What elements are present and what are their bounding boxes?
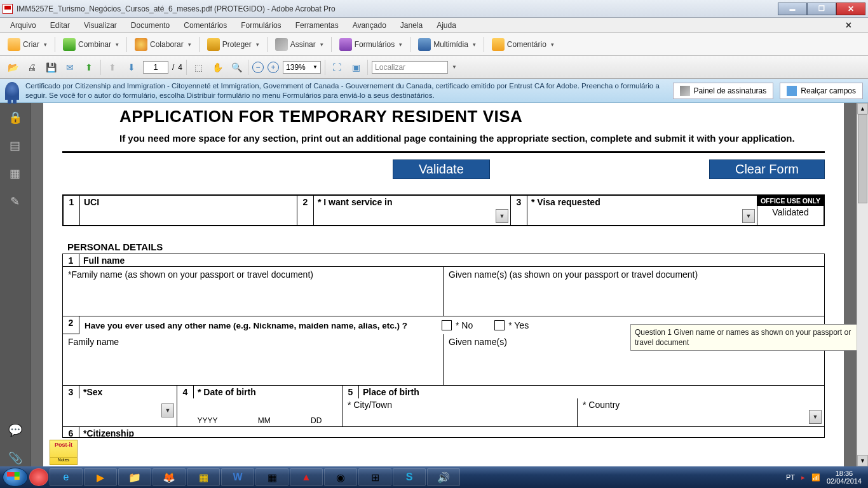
- zoom-in-icon[interactable]: +: [268, 62, 279, 73]
- search-dropdown-icon[interactable]: ▼: [452, 64, 457, 70]
- menu-avancado[interactable]: Avançado: [346, 19, 393, 32]
- menu-visualizar[interactable]: Visualizar: [78, 19, 123, 32]
- menu-janela[interactable]: Janela: [394, 19, 429, 32]
- checkbox-no[interactable]: [442, 320, 452, 330]
- menu-ajuda[interactable]: Ajuda: [430, 19, 463, 32]
- postit-note[interactable]: Post-it Notes: [50, 440, 78, 465]
- close-document-button[interactable]: ×: [839, 18, 858, 33]
- tb-proteger[interactable]: Proteger: [203, 37, 263, 52]
- menu-formularios[interactable]: Formulários: [234, 19, 287, 32]
- separator: [55, 37, 55, 52]
- scroll-down-button[interactable]: ▼: [857, 455, 868, 466]
- tb-criar[interactable]: Criar: [4, 37, 51, 52]
- clear-form-button[interactable]: Clear Form: [709, 159, 825, 179]
- dropdown-icon[interactable]: [742, 209, 755, 223]
- window-close-button[interactable]: [836, 3, 865, 15]
- visa-requested-field[interactable]: * Visa requested: [527, 196, 757, 225]
- security-lock-icon[interactable]: 🔒: [7, 109, 24, 126]
- tb-assinar[interactable]: Assinar: [271, 37, 327, 52]
- search-input[interactable]: Localizar: [372, 61, 448, 74]
- pages-panel-icon[interactable]: ▤: [7, 137, 24, 154]
- fit-width-icon[interactable]: ⛶: [329, 60, 344, 75]
- page-number-input[interactable]: [143, 61, 168, 74]
- page-up-icon[interactable]: ⬆: [105, 60, 120, 75]
- menu-editar[interactable]: Editar: [44, 19, 76, 32]
- separator: [126, 37, 127, 52]
- signatures-icon[interactable]: ✎: [7, 193, 24, 210]
- dropdown-icon[interactable]: [161, 403, 174, 417]
- family-name-field[interactable]: *Family name (as shown on your passport …: [63, 267, 444, 316]
- highlight-fields-button[interactable]: Realçar campos: [780, 83, 863, 99]
- scroll-up-button[interactable]: ▲: [857, 103, 868, 114]
- page-down-icon[interactable]: ⬇: [124, 60, 139, 75]
- save-icon[interactable]: 💾: [43, 60, 58, 75]
- city-field[interactable]: * City/Town: [342, 398, 578, 426]
- start-button[interactable]: [3, 468, 28, 487]
- taskbar-mediaplayer[interactable]: ▶: [84, 468, 117, 486]
- tray-lang[interactable]: PT: [786, 473, 795, 481]
- taskbar-ie[interactable]: e: [50, 468, 83, 486]
- fit-page-icon[interactable]: ▣: [348, 60, 363, 75]
- print-icon[interactable]: 🖨: [24, 60, 39, 75]
- window-minimize-button[interactable]: [778, 3, 807, 15]
- zoom-level[interactable]: 139%▼: [283, 61, 321, 74]
- taskbar-acrobat[interactable]: ▲: [290, 468, 323, 486]
- personal-details-heading: PERSONAL DETAILS: [67, 241, 825, 252]
- tb-comentario[interactable]: Comentário: [488, 37, 558, 52]
- page-total: 4: [178, 63, 182, 72]
- attachments-icon[interactable]: 📎: [7, 450, 24, 466]
- dropdown-icon[interactable]: [809, 410, 822, 424]
- hand-tool-icon[interactable]: ✋: [210, 60, 225, 75]
- highlight-icon: [787, 86, 797, 96]
- taskbar-app2[interactable]: ▦: [255, 468, 288, 486]
- taskbar-postit[interactable]: ▦: [187, 468, 220, 486]
- validate-button[interactable]: Validate: [393, 159, 490, 179]
- toolbar-secondary: 📂 🖨 💾 ✉ ⬆ ⬆ ⬇ / 4 ⬚ ✋ 🔍 − + 139%▼ ⛶ ▣ Lo…: [0, 56, 868, 79]
- taskbar-volume[interactable]: 🔊: [427, 468, 460, 486]
- checkbox-yes[interactable]: [494, 320, 505, 330]
- header-fields-row: 1 UCI 2 * I want service in 3 * Visa req…: [62, 194, 825, 226]
- dropdown-icon[interactable]: [496, 209, 508, 223]
- tb-formularios[interactable]: Formulários: [336, 37, 406, 52]
- tray-network-icon[interactable]: 📶: [811, 473, 820, 482]
- yes-option[interactable]: * Yes: [494, 320, 529, 330]
- no-option[interactable]: * No: [442, 320, 473, 330]
- sex-field[interactable]: 3 *Sex: [63, 386, 177, 426]
- country-field[interactable]: * Country: [578, 398, 824, 426]
- uci-field[interactable]: UCI: [80, 196, 297, 225]
- taskbar-skype[interactable]: S: [393, 468, 426, 486]
- zoom-out-icon[interactable]: −: [252, 62, 264, 73]
- other-family-name-field[interactable]: Family name: [63, 334, 444, 385]
- tb-combinar[interactable]: Combinar: [59, 37, 123, 52]
- taskbar-app[interactable]: [29, 468, 48, 486]
- dob-field[interactable]: 4 * Date of birth YYYY MM DD: [177, 386, 342, 426]
- upload-icon[interactable]: ⬆: [81, 60, 97, 75]
- taskbar-word[interactable]: W: [221, 468, 254, 486]
- scroll-thumb[interactable]: [858, 114, 867, 203]
- taskbar-firefox[interactable]: 🦊: [153, 468, 186, 486]
- select-tool-icon[interactable]: ⬚: [191, 60, 206, 75]
- menu-ferramentas[interactable]: Ferramentas: [289, 19, 345, 32]
- bookmarks-icon[interactable]: ▦: [7, 165, 24, 182]
- pd-number-1: 1: [63, 254, 79, 266]
- menu-arquivo[interactable]: Arquivo: [4, 19, 43, 32]
- open-icon[interactable]: 📂: [5, 60, 20, 75]
- scroll-track[interactable]: [857, 114, 868, 455]
- signature-panel-button[interactable]: Painel de assinaturas: [673, 83, 774, 99]
- window-maximize-button[interactable]: [807, 3, 836, 15]
- menu-documento[interactable]: Documento: [125, 19, 176, 32]
- marquee-zoom-icon[interactable]: 🔍: [229, 60, 244, 75]
- tray-clock[interactable]: 18:36 02/04/2014: [827, 470, 862, 485]
- taskbar-explorer[interactable]: 📁: [118, 468, 151, 486]
- vertical-scrollbar[interactable]: ▲ ▼: [857, 103, 868, 466]
- tray-flag-icon[interactable]: ▸: [801, 473, 805, 482]
- comments-panel-icon[interactable]: 💬: [7, 422, 24, 438]
- tb-colaborar[interactable]: Colaborar: [131, 37, 195, 52]
- taskbar-chrome[interactable]: ◉: [324, 468, 357, 486]
- tb-multimidia[interactable]: Multimídia: [414, 37, 480, 52]
- email-icon[interactable]: ✉: [62, 60, 78, 75]
- menu-comentarios[interactable]: Comentários: [177, 19, 233, 32]
- given-name-field[interactable]: Given name(s) (as shown on your passport…: [444, 267, 824, 316]
- taskbar-calc[interactable]: ⊞: [358, 468, 391, 486]
- service-language-field[interactable]: * I want service in: [314, 196, 511, 225]
